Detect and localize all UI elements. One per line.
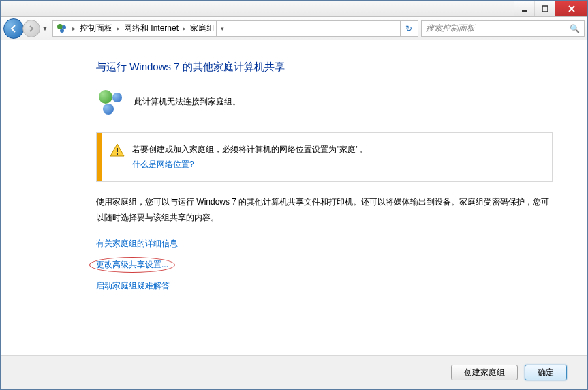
- content-pane: 与运行 Windows 7 的其他家庭计算机共享 此计算机无法连接到家庭组。 若…: [1, 40, 587, 355]
- minimize-button[interactable]: [514, 1, 534, 16]
- svg-point-4: [60, 29, 64, 33]
- homegroup-icon: [56, 22, 68, 35]
- breadcrumb-item[interactable]: 控制面板: [78, 22, 114, 34]
- breadcrumb-item[interactable]: 网络和 Internet: [123, 22, 180, 34]
- ok-button[interactable]: 确定: [525, 365, 567, 380]
- network-location-link[interactable]: 什么是网络位置?: [132, 160, 194, 169]
- svg-rect-1: [542, 6, 548, 12]
- chevron-right-icon: ▸: [114, 25, 123, 32]
- create-homegroup-button[interactable]: 创建家庭组: [451, 365, 518, 380]
- forward-button[interactable]: [22, 20, 40, 38]
- breadcrumb[interactable]: ▸ 控制面板 ▸ 网络和 Internet ▸ 家庭组 ▾ ↻: [52, 20, 418, 37]
- titlebar: [1, 1, 587, 17]
- status-text: 此计算机无法连接到家庭组。: [134, 96, 241, 108]
- svg-rect-6: [117, 153, 118, 155]
- chevron-right-icon: ▸: [180, 25, 189, 32]
- breadcrumb-dropdown[interactable]: ▾: [216, 21, 228, 36]
- navbar: ▼ ▸ 控制面板 ▸ 网络和 Internet ▸ 家庭组 ▾ ↻ 搜索控制面板…: [1, 17, 587, 40]
- details-link[interactable]: 有关家庭组的详细信息: [96, 238, 178, 250]
- warning-icon: [109, 142, 125, 159]
- refresh-button[interactable]: ↻: [400, 21, 416, 36]
- breadcrumb-item[interactable]: 家庭组: [189, 22, 216, 34]
- svg-point-2: [57, 24, 63, 29]
- history-dropdown[interactable]: ▼: [40, 25, 50, 32]
- nav-arrows: ▼: [3, 18, 50, 39]
- back-button[interactable]: [3, 18, 24, 39]
- status-row: 此计算机无法连接到家庭组。: [96, 89, 560, 115]
- search-input[interactable]: 搜索控制面板 🔍: [421, 20, 585, 37]
- chevron-right-icon: ▸: [69, 25, 78, 32]
- search-placeholder: 搜索控制面板: [426, 22, 475, 34]
- warning-message: 若要创建或加入家庭组，必须将计算机的网络位置设置为"家庭"。: [132, 142, 367, 158]
- svg-point-3: [62, 25, 66, 29]
- footer: 创建家庭组 确定: [1, 355, 587, 389]
- maximize-button[interactable]: [534, 1, 555, 16]
- close-button[interactable]: [555, 1, 587, 16]
- warning-box: 若要创建或加入家庭组，必须将计算机的网络位置设置为"家庭"。 什么是网络位置?: [96, 132, 553, 182]
- svg-rect-0: [522, 10, 527, 12]
- advanced-sharing-link[interactable]: 更改高级共享设置...: [96, 259, 168, 271]
- description-text: 使用家庭组，您可以与运行 Windows 7 的其他计算机共享文件和打印机。还可…: [96, 194, 553, 226]
- page-heading: 与运行 Windows 7 的其他家庭计算机共享: [96, 61, 560, 74]
- svg-rect-5: [117, 148, 118, 152]
- warning-stripe: [97, 133, 102, 181]
- explorer-window: ▼ ▸ 控制面板 ▸ 网络和 Internet ▸ 家庭组 ▾ ↻ 搜索控制面板…: [0, 0, 588, 390]
- warning-text: 若要创建或加入家庭组，必须将计算机的网络位置设置为"家庭"。 什么是网络位置?: [132, 142, 367, 172]
- troubleshoot-link[interactable]: 启动家庭组疑难解答: [96, 280, 170, 292]
- homegroup-large-icon: [96, 89, 122, 115]
- search-icon[interactable]: 🔍: [570, 24, 580, 33]
